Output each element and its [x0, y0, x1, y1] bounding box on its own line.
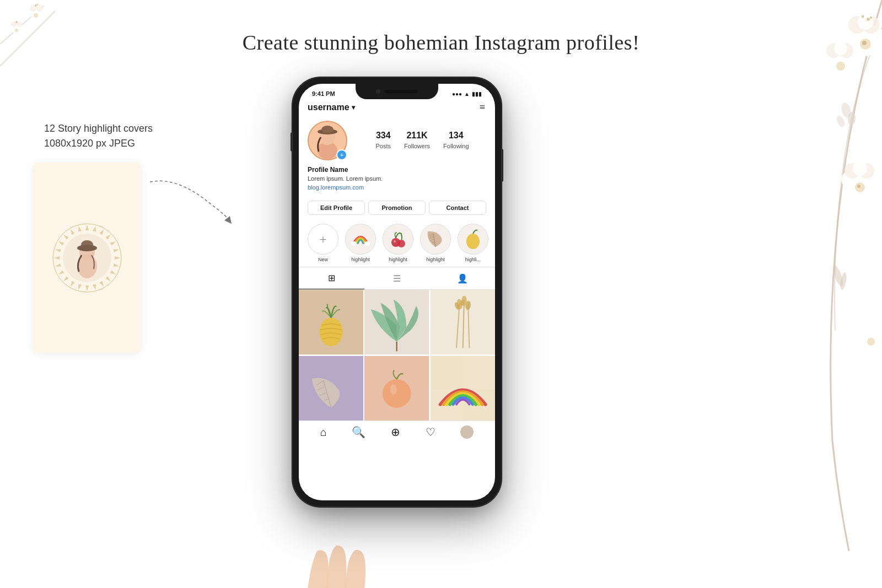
grid-cell-5[interactable]	[364, 356, 429, 420]
svg-point-17	[11, 21, 17, 27]
highlight-2[interactable]: highlight	[383, 224, 413, 262]
svg-marker-63	[93, 225, 97, 231]
svg-point-37	[836, 62, 845, 71]
avatar-add-icon[interactable]: +	[336, 149, 347, 160]
highlight-4[interactable]: highli...	[458, 224, 488, 262]
svg-point-49	[871, 66, 882, 88]
followers-count: 211K	[404, 131, 430, 141]
svg-rect-134	[431, 356, 463, 389]
phone-notch	[356, 84, 438, 99]
wifi-icon: ▲	[464, 91, 470, 97]
svg-marker-79	[55, 263, 61, 268]
svg-marker-66	[110, 240, 116, 245]
svg-marker-76	[69, 280, 74, 287]
svg-point-110	[466, 234, 480, 249]
svg-point-50	[867, 79, 882, 98]
phone-outer-shell: 9:41 PM ●●● ▲ ▮▮▮ username ≡	[292, 77, 502, 507]
tagged-tab[interactable]: 👤	[429, 267, 495, 289]
svg-marker-72	[99, 280, 105, 287]
svg-point-56	[871, 328, 882, 342]
story-card-preview	[33, 163, 141, 353]
add-post-icon[interactable]: ⊕	[391, 425, 400, 439]
avatar-wrapper[interactable]: +	[308, 121, 347, 160]
highlight-label-4: highli...	[465, 257, 481, 262]
svg-point-55	[856, 328, 870, 342]
svg-marker-68	[115, 256, 120, 260]
edit-profile-button[interactable]: Edit Profile	[308, 201, 365, 215]
svg-point-45	[857, 185, 861, 188]
highlight-new[interactable]: + New	[308, 224, 338, 262]
svg-marker-62	[85, 225, 89, 230]
svg-point-97	[351, 241, 357, 246]
home-icon[interactable]: ⌂	[320, 426, 327, 439]
svg-point-20	[35, 4, 37, 7]
svg-marker-60	[224, 216, 232, 224]
search-icon[interactable]: 🔍	[352, 425, 365, 439]
highlight-circle-3	[420, 224, 451, 255]
svg-point-53	[835, 114, 846, 128]
svg-marker-67	[113, 247, 119, 252]
grid-cell-3[interactable]	[431, 290, 495, 354]
ig-username[interactable]: username	[308, 103, 355, 112]
svg-point-28	[858, 14, 873, 30]
profile-link[interactable]: blog.lorempsum.com	[308, 184, 486, 191]
svg-point-132	[390, 384, 397, 395]
profile-bio: Lorem ipsum. Lorem ipsum.	[308, 175, 486, 183]
grid-tab[interactable]: ⊞	[299, 267, 364, 289]
svg-point-18	[17, 21, 22, 27]
info-line1: 12 Story highlight covers	[44, 121, 153, 136]
grid-cell-2[interactable]	[364, 290, 429, 354]
svg-point-57	[867, 338, 875, 346]
svg-marker-64	[99, 228, 105, 235]
phone-screen: 9:41 PM ●●● ▲ ▮▮▮ username ≡	[299, 84, 495, 500]
followers-stat: 211K Followers	[404, 131, 430, 150]
svg-point-98	[364, 241, 370, 246]
svg-point-31	[831, 56, 851, 76]
grid-cell-4[interactable]	[299, 356, 363, 420]
photo-grid	[299, 290, 495, 420]
highlight-1[interactable]: highlight	[345, 224, 376, 262]
arrow-indicator	[144, 171, 233, 228]
followers-label: Followers	[404, 143, 430, 149]
svg-point-40	[860, 171, 878, 188]
highlight-label-1: highlight	[351, 257, 370, 262]
svg-point-131	[383, 379, 411, 408]
svg-marker-65	[105, 233, 111, 239]
posts-count: 334	[375, 131, 391, 141]
svg-point-41	[845, 163, 860, 179]
svg-point-43	[853, 161, 867, 176]
profile-icon[interactable]	[460, 425, 474, 439]
svg-point-11	[30, 5, 36, 12]
svg-marker-77	[62, 276, 68, 282]
battery-icon: ▮▮▮	[472, 91, 482, 97]
svg-point-0	[17, 4, 49, 29]
svg-point-38	[849, 176, 871, 198]
grid-cell-6[interactable]	[431, 356, 495, 420]
left-info-panel: 12 Story highlight covers 1080x1920 px J…	[44, 121, 153, 151]
svg-point-22	[15, 21, 18, 23]
svg-point-58	[831, 264, 845, 287]
svg-point-1	[37, 3, 62, 20]
ig-menu-icon[interactable]: ≡	[480, 101, 486, 113]
svg-point-47	[870, 17, 872, 19]
profile-name: Profile Name	[308, 166, 486, 174]
posts-stat: 334 Posts	[375, 131, 391, 150]
posts-label: Posts	[375, 143, 391, 149]
svg-point-12	[36, 5, 43, 12]
page-title: Create stunning bohemian Instagram profi…	[0, 30, 882, 55]
profile-top: + 334 Posts 211K Followers 134	[308, 121, 486, 160]
highlight-3[interactable]: highlight	[420, 224, 451, 262]
svg-point-101	[397, 240, 405, 247]
svg-marker-80	[54, 256, 60, 260]
promotion-button[interactable]: Promotion	[368, 201, 426, 215]
signal-icon: ●●●	[452, 91, 462, 97]
grid-cell-1[interactable]	[299, 290, 363, 354]
svg-point-54	[862, 333, 880, 350]
contact-button[interactable]: Contact	[429, 201, 486, 215]
content-tab-bar: ⊞ ☰ 👤	[299, 267, 495, 290]
action-buttons-row: Edit Profile Promotion Contact	[299, 196, 495, 219]
following-stat: 134 Following	[443, 131, 469, 150]
list-tab[interactable]: ☰	[364, 267, 430, 289]
status-icons: ●●● ▲ ▮▮▮	[452, 91, 482, 97]
likes-icon[interactable]: ♡	[426, 425, 435, 439]
